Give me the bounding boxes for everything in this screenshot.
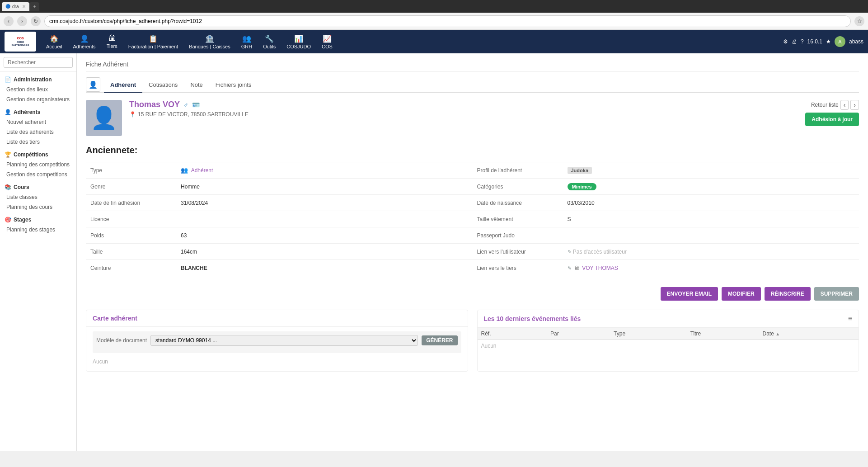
sidebar-item-liste-tiers[interactable]: Liste des tiers	[0, 137, 76, 147]
nav-print-icon[interactable]: 🖨	[792, 38, 797, 45]
label-categories: Catégories	[473, 180, 563, 193]
nav-outils[interactable]: 🔧 Outils	[258, 32, 281, 52]
nav-facturation[interactable]: 📋 Facturation | Paiement	[123, 32, 183, 52]
sidebar-item-nouvel-adherent[interactable]: Nouvel adherent	[0, 117, 76, 127]
label-taille: Taille	[86, 245, 176, 259]
edit-tiers-icon[interactable]: ✎	[568, 265, 572, 271]
adherent-avatar-tab-icon[interactable]: 👤	[86, 77, 100, 92]
tab-cotisations[interactable]: Cotisations	[142, 78, 184, 93]
logo[interactable]: COS JUDO SARTROUVILLE	[5, 32, 36, 52]
events-card: Les 10 derniers événements liés ≡ Réf. P…	[477, 310, 859, 372]
nav-grh[interactable]: 👥 GRH	[236, 32, 258, 52]
col-ref: Réf.	[478, 328, 547, 340]
trophy-icon: 🏆	[5, 151, 11, 158]
col-par: Par	[547, 328, 610, 340]
sidebar-item-gestion-lieux[interactable]: Gestion des lieux	[0, 85, 76, 94]
label-date-fin: Date de fin adhésion	[86, 196, 176, 210]
sidebar-search-area: ▼	[0, 53, 76, 72]
forward-button[interactable]: ›	[17, 16, 27, 26]
content-tabs: 👤 Adhérent Cotisations Note Fichiers joi…	[86, 77, 859, 93]
reinscrire-button[interactable]: RÉINSCRIRE	[765, 287, 811, 301]
next-button[interactable]: ›	[850, 100, 859, 110]
sidebar-item-liste-adherents[interactable]: Liste des adhérents	[0, 127, 76, 137]
bookmark-button[interactable]: ☆	[854, 16, 864, 26]
sidebar-section-adherents: 👤 Adhérents	[0, 104, 76, 117]
browser-tab-bar: 🔵 dra ✕ +	[0, 0, 868, 13]
tab-item[interactable]: +	[29, 2, 39, 11]
action-buttons: ENVOYER EMAIL MODIFIER RÉINSCRIRE SUPPRI…	[86, 283, 859, 301]
sidebar-item-liste-classes[interactable]: Liste classes	[0, 192, 76, 202]
nav-grh-label: GRH	[241, 44, 252, 49]
nav-banques[interactable]: 🏦 Banques | Caisses	[183, 32, 236, 52]
info-row-poids: Poids 63	[86, 227, 473, 244]
tab-note[interactable]: Note	[184, 78, 209, 93]
value-date-fin: 31/08/2024	[176, 196, 473, 210]
outils-icon: 🔧	[265, 34, 274, 43]
tiers-value-text: VOY THOMAS	[582, 265, 618, 271]
adhesion-button[interactable]: Adhésion à jour	[805, 113, 859, 126]
sidebar-item-gestion-organisateurs[interactable]: Gestion des organisateurs	[0, 94, 76, 104]
nav-banques-label: Banques | Caisses	[189, 44, 230, 49]
sidebar-item-planning-cours[interactable]: Planning des cours	[0, 202, 76, 212]
sort-icon: ▲	[775, 331, 780, 336]
top-navigation: COS JUDO SARTROUVILLE 🏠 Accueil 👤 Adhére…	[0, 30, 868, 53]
events-menu-icon[interactable]: ≡	[848, 315, 852, 323]
nav-settings-icon[interactable]: ⚙	[783, 38, 788, 45]
events-body: Réf. Par Type Titre Date ▲	[478, 328, 859, 352]
book-icon: 📚	[5, 184, 11, 190]
nav-star-icon[interactable]: ★	[826, 38, 831, 45]
events-empty-text: Aucun	[478, 340, 859, 352]
search-input[interactable]	[4, 57, 73, 68]
info-row-ceinture: Ceinture BLANCHE	[86, 260, 473, 276]
logo-text: COS JUDO SARTROUVILLE	[12, 37, 29, 47]
adherents-icon: 👤	[80, 34, 89, 43]
utilisateur-value-text: Pas d'accès utilisateur	[573, 249, 627, 255]
col-date[interactable]: Date ▲	[759, 328, 859, 340]
carte-empty-text: Aucun	[93, 357, 461, 367]
url-input[interactable]	[44, 15, 851, 27]
value-passeport	[563, 232, 859, 239]
sidebar: ▼ 📄 Administration Gestion des lieux Ges…	[0, 53, 77, 451]
supprimer-button[interactable]: SUPPRIMER	[814, 287, 859, 301]
envoyer-email-button[interactable]: ENVOYER EMAIL	[661, 287, 718, 301]
active-tab[interactable]: 🔵 dra ✕	[2, 2, 29, 11]
nav-help-icon[interactable]: ?	[801, 38, 804, 45]
doc-model-select[interactable]: standard DYMO 99014 ...	[150, 335, 418, 346]
generate-button[interactable]: GÉNÉRER	[422, 335, 457, 345]
modifier-button[interactable]: MODIFIER	[722, 287, 761, 301]
nav-facturation-label: Facturation | Paiement	[128, 44, 178, 49]
tab-adherent[interactable]: Adhérent	[104, 78, 142, 93]
avatar-person-icon: 👤	[90, 105, 117, 131]
back-button[interactable]: ‹	[4, 16, 14, 26]
nav-user-avatar[interactable]: A	[835, 36, 845, 47]
info-row-dob: Date de naissance 03/03/2010	[473, 195, 859, 211]
tiers-icon: 🏛	[108, 34, 116, 42]
nav-accueil[interactable]: 🏠 Accueil	[41, 32, 67, 52]
prev-button[interactable]: ‹	[840, 100, 849, 110]
nav-cos[interactable]: 📈 COS	[316, 32, 338, 52]
nav-version: 16.0.1	[807, 38, 822, 45]
tab-fichiers-joints[interactable]: Fichiers joints	[209, 78, 258, 93]
sidebar-item-planning-stages[interactable]: Planning des stages	[0, 225, 76, 235]
label-ceinture: Ceinture	[86, 261, 176, 275]
nav-cosjudo[interactable]: 📊 COSJUDO	[281, 32, 316, 52]
card-icon[interactable]: 🪪	[192, 101, 200, 108]
value-dob: 03/03/2010	[563, 196, 859, 210]
sidebar-item-gestion-competitions[interactable]: Gestion des competitions	[0, 170, 76, 179]
sidebar-item-planning-competitions[interactable]: Planning des competitions	[0, 160, 76, 170]
events-header: Les 10 derniers événements liés ≡	[478, 310, 859, 328]
value-type: 👥 Adhérent	[176, 163, 473, 177]
retour-liste-label: Retour liste	[811, 102, 839, 108]
value-tiers: ✎ 🏛 VOY THOMAS	[563, 261, 859, 275]
person-icon: 👤	[5, 109, 11, 115]
bottom-sections: Carte adhérent Modèle de document standa…	[86, 310, 859, 372]
events-table: Réf. Par Type Titre Date ▲	[478, 328, 859, 352]
reload-button[interactable]: ↻	[31, 16, 41, 26]
carte-adherent-title: Carte adhérent	[93, 315, 137, 322]
info-right-column: Profil de l'adhérent Judoka Catégories M…	[473, 162, 859, 276]
edit-icon[interactable]: ✎	[568, 249, 572, 255]
label-taille-vet: Taille vêtement	[473, 212, 563, 226]
nav-tiers[interactable]: 🏛 Tiers	[101, 32, 123, 52]
nav-adherents[interactable]: 👤 Adhérents	[67, 32, 101, 52]
adherent-name-text: Thomas VOY	[129, 100, 180, 109]
